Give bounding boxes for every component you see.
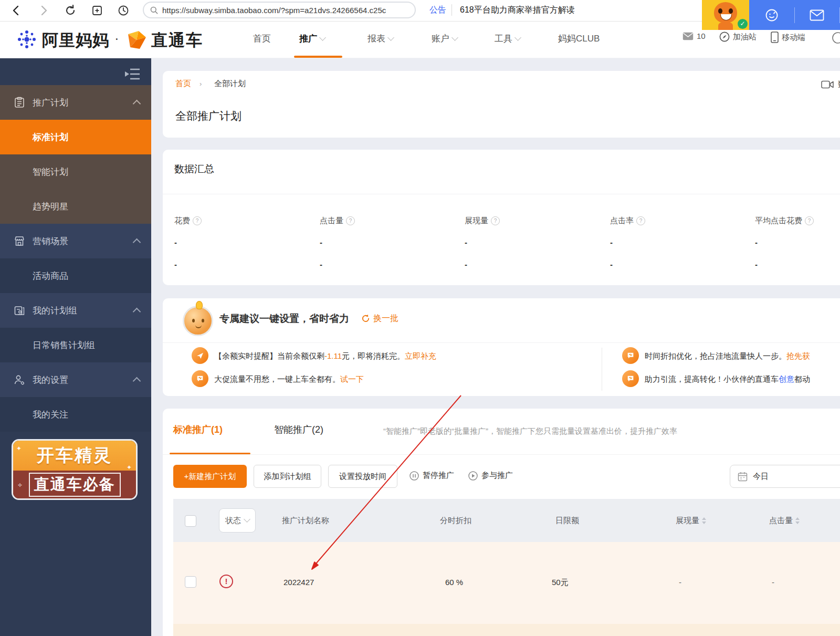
notice-headline[interactable]: 618平台助力商家举措官方解读 <box>460 5 575 16</box>
chat-icon <box>622 347 639 364</box>
column-impressions[interactable]: 展现量 <box>676 516 706 526</box>
pause-promotion-button[interactable]: 暂停推广 <box>410 471 454 481</box>
nav-promotion[interactable]: 推广 <box>299 33 325 45</box>
sidebar-item-standard-plan[interactable]: 标准计划 <box>0 120 151 154</box>
nav-fuel-station[interactable]: 加油站 <box>719 32 757 42</box>
divider <box>163 454 840 455</box>
collapse-sidebar-icon[interactable] <box>125 67 141 81</box>
user-settings-icon <box>14 374 25 385</box>
tab-standard-promotion[interactable]: 标准推广(1) <box>173 423 223 436</box>
sort-icon[interactable] <box>702 517 706 524</box>
nav-mama-club[interactable]: 妈妈CLUB <box>558 33 600 45</box>
mascot-widget[interactable]: ✓ <box>702 0 749 30</box>
nav-reports[interactable]: 报表 <box>368 33 393 45</box>
sidebar-item-my-follows[interactable]: 我的关注 <box>0 397 151 432</box>
date-range-selector[interactable]: 今日 <box>730 465 840 488</box>
sidebar-item-daily-sales-group[interactable]: 日常销售计划组 <box>0 328 151 362</box>
metric-ctr: 点击率? <box>610 216 645 226</box>
play-icon <box>468 471 478 481</box>
column-discount: 分时折扣 <box>440 516 471 526</box>
join-promotion-button[interactable]: 参与推广 <box>468 471 513 481</box>
check-badge-icon: ✓ <box>738 19 748 29</box>
plan-group-icon <box>14 305 25 316</box>
nav-account[interactable]: 账户 <box>432 33 457 45</box>
sidebar-group-marketing-scenes[interactable]: 营销场景 <box>0 224 151 258</box>
tab-smart-promotion[interactable]: 智能推广(2) <box>274 423 323 436</box>
chevron-down-icon <box>387 34 394 41</box>
new-campaign-button[interactable]: +新建推广计划 <box>173 465 247 488</box>
promo-badge[interactable]: 开车精灵 直通车必备 ✦ ✦ ✧ <box>12 439 138 500</box>
nav-tools[interactable]: 工具 <box>495 33 520 45</box>
tab-hint-text: “智能推广”即老版的“批量推广”，智能推广下您只需批量设置基准出价，提升推广效率 <box>383 426 677 436</box>
mail-icon <box>682 32 694 40</box>
help-icon[interactable]: ? <box>491 216 500 225</box>
rocket-icon <box>192 347 208 364</box>
metric-value: - <box>320 238 322 247</box>
page-title: 全部推广计划 <box>175 109 242 123</box>
history-icon[interactable] <box>118 5 129 16</box>
mascot-eye <box>729 8 733 14</box>
robot-eye <box>192 319 195 322</box>
sidebar-group-my-settings[interactable]: 我的设置 <box>0 362 151 397</box>
try-link[interactable]: 试一下 <box>340 374 364 383</box>
nav-messages[interactable]: 10 <box>682 32 706 40</box>
chevron-down-icon <box>452 34 458 41</box>
row-checkbox[interactable] <box>185 576 196 588</box>
column-clicks[interactable]: 点击量 <box>769 516 800 526</box>
metric-value: - <box>320 260 322 269</box>
mail-button[interactable] <box>795 9 840 21</box>
sidebar-item-smart-plan[interactable]: 智能计划 <box>0 154 151 189</box>
creative-link[interactable]: 创意 <box>779 374 794 383</box>
breadcrumb-card: 首页 › 全部计划 全部推广计划 数 <box>163 71 840 138</box>
sidebar-item-activity-products[interactable]: 活动商品 <box>0 258 151 293</box>
table-row[interactable]: ! 2022427 60 % 50元 - - <box>173 542 840 624</box>
address-bar[interactable]: https://subway.simba.taobao.com/?spm=a21… <box>143 2 416 18</box>
divider <box>602 348 602 391</box>
sort-icon[interactable] <box>795 517 800 524</box>
sidebar-group-promotion-plans[interactable]: 推广计划 <box>0 85 151 120</box>
video-camera-icon <box>821 80 834 89</box>
reload-icon[interactable] <box>64 4 77 17</box>
column-name: 推广计划名称 <box>282 516 329 526</box>
suggestions-card: 专属建议一键设置，省时省力 换一批 【余额实时提醒】当前余额仅剩-1.11元，即… <box>163 298 840 396</box>
forward-icon[interactable] <box>38 5 49 16</box>
suggestions-title: 专属建议一键设置，省时省力 <box>219 312 349 326</box>
status-filter-dropdown[interactable]: 状态 <box>219 508 256 533</box>
balance-amount: -1.11 <box>324 351 342 360</box>
new-tab-icon[interactable] <box>91 5 103 16</box>
help-icon[interactable]: ? <box>346 216 355 225</box>
zhitongche-logo-icon <box>125 29 147 50</box>
nav-mobile[interactable]: 移动端 <box>771 32 805 43</box>
grab-link[interactable]: 抢先获 <box>786 351 810 360</box>
refresh-suggestions-button[interactable]: 换一批 <box>361 313 398 324</box>
campaign-name[interactable]: 2022427 <box>284 578 314 587</box>
warning-icon[interactable]: ! <box>219 575 233 588</box>
brand-alimama[interactable]: 阿里妈妈 <box>42 29 109 51</box>
metric-value: - <box>174 238 177 247</box>
campaign-discount: 60 % <box>445 578 463 587</box>
help-icon[interactable]: ? <box>636 216 645 225</box>
help-icon[interactable]: ? <box>805 216 814 225</box>
sidebar-group-my-plan-groups[interactable]: 我的计划组 <box>0 293 151 328</box>
suggestion-time-discount: 时间折扣优化，抢占洼地流量快人一步。抢先获 <box>645 351 810 361</box>
breadcrumb-home[interactable]: 首页 <box>175 79 191 89</box>
brand-zhitongche[interactable]: 直通车 <box>151 29 203 51</box>
notice-link[interactable]: 公告 <box>429 5 446 16</box>
sidebar-item-trend-star[interactable]: 趋势明星 <box>0 189 151 224</box>
refresh-icon <box>361 314 370 323</box>
divider <box>163 342 840 343</box>
nav-home[interactable]: 首页 <box>253 33 271 45</box>
metric-impressions: 展现量? <box>465 216 500 226</box>
nav-extra-icon[interactable] <box>832 32 840 44</box>
back-icon[interactable] <box>10 5 22 16</box>
sidebar: 推广计划 标准计划 智能计划 趋势明星 营销场景 活动商品 我的计划组 日常销售… <box>0 58 151 636</box>
select-all-checkbox[interactable] <box>185 515 196 527</box>
support-button[interactable] <box>749 8 794 22</box>
add-to-group-button[interactable]: 添加到计划组 <box>254 465 321 488</box>
recharge-link[interactable]: 立即补充 <box>405 351 436 360</box>
data-video-tool[interactable]: 数 <box>821 79 840 89</box>
set-schedule-button[interactable]: 设置投放时间 <box>328 465 397 488</box>
metric-clicks: 点击量? <box>320 216 355 226</box>
table-row-partial <box>173 624 840 636</box>
help-icon[interactable]: ? <box>193 216 202 225</box>
